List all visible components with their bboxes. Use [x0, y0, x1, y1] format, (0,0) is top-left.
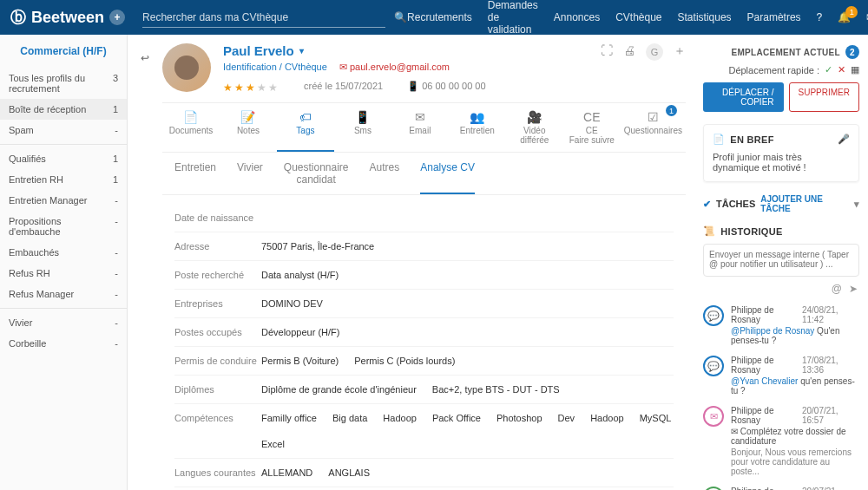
icontab-label: Vidéo différée: [520, 126, 549, 145]
candidate-phone: 06 00 00 00 00: [422, 81, 485, 91]
sidebar-item[interactable]: Boîte de réception1: [0, 99, 127, 120]
add-task-button[interactable]: AJOUTER UNE TÂCHE: [760, 194, 849, 213]
timeline-item: 💬Philippe de Rosnay24/08/21, 11:42@Phili…: [703, 305, 859, 345]
cv-row: EntreprisesDOMINO DEV: [174, 290, 674, 318]
cv-value: 75007 Paris, Île-de-France: [261, 241, 674, 252]
icontab-sms[interactable]: 📱Sms: [334, 103, 391, 152]
sidebar-item[interactable]: Propositions d'embauche-: [0, 211, 127, 242]
quick-move-label: Déplacement rapide :: [728, 65, 819, 75]
tl-mention[interactable]: @Yvan Chevalier: [731, 376, 798, 386]
send-icon[interactable]: ➤: [849, 283, 858, 295]
cv-row: Adresse75007 Paris, Île-de-France: [174, 232, 674, 261]
folder-icon[interactable]: ▦: [851, 64, 859, 75]
sidebar-item-label: Spam: [9, 125, 34, 135]
icontab-icon: ✉: [395, 110, 445, 124]
nav-demandes[interactable]: Demandes de validation: [488, 0, 538, 36]
google-icon[interactable]: G: [646, 43, 663, 61]
icontab-ce[interactable]: CECEFaire suivre: [563, 103, 621, 152]
sidebar-item[interactable]: Embauchés-: [0, 242, 127, 263]
nav-params[interactable]: Paramètres: [747, 11, 801, 23]
sidebar-item[interactable]: Spam-: [0, 120, 127, 140]
cv-value: [261, 212, 674, 223]
icontab-tags[interactable]: 🏷Tags: [277, 103, 334, 152]
cv-value: DOMINO DEV: [261, 298, 674, 309]
check-icon[interactable]: ✓: [825, 64, 832, 75]
close-icon[interactable]: ✕: [838, 64, 845, 75]
subtab-1[interactable]: Vivier: [237, 161, 263, 194]
add-icon[interactable]: ＋: [674, 43, 686, 61]
nav-annonces[interactable]: Annonces: [554, 11, 600, 23]
sidebar: Commercial (H/F) Tous les profils du rec…: [0, 35, 128, 490]
expand-icon[interactable]: ⛶: [601, 43, 613, 61]
icontab-documents[interactable]: 📄Documents: [162, 103, 220, 152]
candidate-ident[interactable]: Identification / CVthèque: [223, 62, 327, 73]
q-badge: 1: [666, 105, 677, 116]
icontab-icon: 📄: [166, 110, 216, 124]
timeline-dot-icon: 👤: [703, 487, 724, 490]
delete-button[interactable]: SUPPRIMER: [789, 82, 859, 112]
sidebar-item-label: Tous les profils du recrutement: [9, 73, 113, 94]
icontab-label: Notes: [237, 126, 260, 135]
mic-icon[interactable]: 🎤: [838, 134, 850, 145]
sidebar-item[interactable]: Entretien Manager-: [0, 190, 127, 211]
icontab-label: Email: [409, 126, 431, 135]
chevron-down-icon[interactable]: ▾: [854, 199, 859, 210]
cv-label: Compétences: [174, 413, 261, 449]
subtab-0[interactable]: Entretien: [174, 161, 216, 194]
sidebar-item[interactable]: Entretien RH1: [0, 169, 127, 190]
timeline-item: 👤Philippe de Rosnay20/07/21, 16:47Créé d…: [703, 487, 859, 490]
tl-mention[interactable]: @Philippe de Rosnay: [731, 326, 814, 336]
sidebar-item[interactable]: Refus RH-: [0, 263, 127, 284]
sidebar-item-label: Boîte de réception: [9, 104, 86, 114]
nav-cvtheque[interactable]: CVthèque: [615, 11, 661, 23]
sidebar-item[interactable]: Refus Manager-: [0, 284, 127, 304]
plus-icon[interactable]: +: [109, 10, 125, 25]
cv-label: Date de naissance: [174, 212, 261, 223]
chevron-down-icon[interactable]: ▾: [299, 46, 304, 56]
cv-row: Poste recherchéData analyst (H/F): [174, 261, 674, 290]
cv-label: Poste recherché: [174, 270, 261, 280]
candidate-email[interactable]: paul.ervelo@gmail.com: [350, 62, 450, 72]
bell-icon[interactable]: 🔔1: [838, 11, 851, 23]
sidebar-item[interactable]: Qualifiés1: [0, 148, 127, 169]
timeline-item: 💬Philippe de Rosnay17/08/21, 13:36@Yvan …: [703, 356, 859, 395]
subtab-3[interactable]: Autres: [370, 161, 400, 194]
history-input[interactable]: [703, 244, 859, 277]
help-icon[interactable]: ?: [817, 11, 823, 23]
print-icon[interactable]: 🖨: [623, 43, 635, 61]
search-input[interactable]: [142, 8, 385, 28]
subtab-2[interactable]: Questionnairecandidat: [284, 161, 349, 194]
tl-time: 20/07/21, 16:47: [802, 487, 859, 490]
nav-recrutements[interactable]: Recrutements: [407, 11, 472, 23]
brief-icon: 📄: [713, 134, 725, 145]
sidebar-item[interactable]: Tous les profils du recrutement3: [0, 68, 127, 99]
sidebar-item-count: -: [115, 125, 118, 135]
sidebar-item[interactable]: Corbeille-: [0, 333, 127, 354]
tl-subject: ✉ Complétez votre dossier de candidature: [731, 427, 859, 446]
sidebar-title[interactable]: Commercial (H/F): [0, 35, 127, 68]
timeline-dot-icon: ✉: [703, 406, 724, 427]
search-icon[interactable]: 🔍: [394, 11, 407, 23]
app-logo[interactable]: ⓑBeetween +: [10, 7, 125, 28]
sidebar-item-count: 1: [113, 104, 118, 114]
icontab-label: Documents: [169, 126, 214, 135]
sidebar-item[interactable]: Vivier-: [0, 312, 127, 333]
rating-stars[interactable]: ★★★★★: [223, 82, 279, 94]
cv-label: Diplômes: [174, 384, 261, 395]
cv-value: Data analyst (H/F): [261, 270, 674, 280]
mention-icon[interactable]: @: [832, 283, 842, 295]
back-button[interactable]: ↩: [128, 35, 162, 490]
icontab-notes[interactable]: 📝Notes: [220, 103, 277, 152]
icontab-email[interactable]: ✉Email: [391, 103, 449, 152]
sidebar-item-label: Corbeille: [9, 338, 46, 349]
move-copy-button[interactable]: DÉPLACER / COPIER: [703, 82, 784, 112]
nav-stats[interactable]: Statistiques: [678, 11, 732, 23]
loc-title: EMPLACEMENT ACTUEL: [731, 48, 840, 57]
icontab-vidéo différée[interactable]: 🎥Vidéo différée: [506, 103, 563, 152]
icontab-entretien[interactable]: 👥Entretien: [449, 103, 506, 152]
subtab-4[interactable]: Analyse CV: [420, 161, 475, 194]
icontab-questionnaires[interactable]: ☑Questionnaires1: [621, 103, 686, 152]
brief-title: EN BREF: [730, 134, 773, 145]
icontab-icon: 📝: [223, 110, 273, 124]
tl-author: Philippe de Rosnay: [731, 406, 802, 425]
